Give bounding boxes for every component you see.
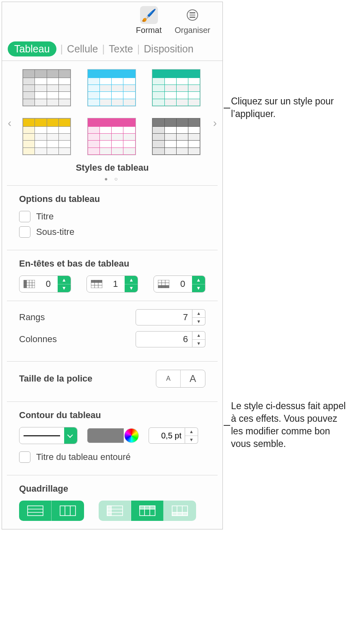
increase-font-icon[interactable]: A [181,370,205,387]
stepper-arrows-icon[interactable]: ▲▼ [58,276,71,292]
table-style-1[interactable] [22,69,71,106]
toolbar-top: 🖌️ Format Organiser [2,2,222,37]
table-options-section: Options du tableau Titre Sous-titre [7,185,218,250]
tab-cellule[interactable]: Cellule [67,43,98,55]
headers-footers-section: En-têtes et bas de tableau 0 ▲▼ 1 ▲▼ [7,250,218,301]
table-style-3[interactable] [152,69,201,106]
header-row-icon [87,280,106,288]
svg-rect-23 [107,506,111,516]
header-columns-stepper[interactable]: 0 ▲▼ [19,275,71,293]
grid-header-col-lines[interactable] [99,501,131,521]
format-tool[interactable]: 🖌️ Format [136,6,162,35]
table-style-6[interactable] [152,118,201,155]
title-checkbox[interactable] [19,211,30,222]
inspector-panel: 🖌️ Format Organiser Tableau | Cellule | … [2,2,223,529]
styles-title: Styles de tableau [22,163,202,173]
table-style-4[interactable] [22,118,71,155]
callout-2: Le style ci-dessus fait appel à ces effe… [231,401,346,449]
subtitle-label: Sous-titre [36,227,74,237]
svg-rect-31 [172,512,188,516]
color-swatch[interactable] [87,428,124,443]
tab-tableau[interactable]: Tableau [8,41,56,56]
footer-rows-value: 0 [173,279,192,289]
stepper-arrows-icon[interactable]: ▲▼ [125,276,138,292]
organize-tool[interactable]: Organiser [175,6,210,35]
grid-footer-row-lines[interactable] [164,501,196,521]
svg-rect-7 [91,280,102,283]
font-size-section: Taille de la police A A [7,361,218,401]
font-size-title: Taille de la police [19,373,93,384]
brush-icon: 🖌️ [141,8,156,22]
callout-1: Cliquez sur un style pour l’appliquer. [231,96,334,119]
styles-page-dots[interactable]: ● ○ [22,176,202,182]
table-style-2[interactable] [87,69,136,106]
format-label: Format [136,26,162,35]
title-label: Titre [36,211,54,222]
styles-next[interactable]: › [213,117,217,130]
outline-color-well[interactable] [87,428,139,443]
grid-vertical-body[interactable] [52,501,84,521]
line-sample-icon [19,435,64,436]
table-styles-area: ‹ › Styles de tableau ● ○ [2,61,222,185]
outline-style-dropdown[interactable] [19,427,78,444]
rows-cols-section: Rangs ▲▼ Colonnes ▲▼ [7,301,218,361]
svg-rect-1 [24,280,27,288]
svg-rect-19 [60,506,76,516]
styles-prev[interactable]: ‹ [8,117,11,130]
tab-disposition[interactable]: Disposition [144,43,193,55]
grid-header-row-lines[interactable] [131,501,164,521]
header-rows-value: 1 [106,279,125,289]
organize-label: Organiser [175,26,210,35]
grid-title: Quadrillage [19,484,205,494]
grid-section: Quadrillage [7,475,218,529]
tab-texte[interactable]: Texte [109,43,133,55]
footer-row-icon [154,280,173,288]
outline-width-input[interactable] [149,427,185,444]
cols-input[interactable] [136,331,192,347]
rows-input[interactable] [136,309,192,325]
footer-rows-stepper[interactable]: 0 ▲▼ [153,275,205,293]
header-rows-stepper[interactable]: 1 ▲▼ [86,275,138,293]
headers-title: En-têtes et bas de tableau [19,258,205,269]
svg-rect-16 [28,506,43,516]
decrease-font-icon[interactable]: A [156,370,181,387]
rows-stepper[interactable]: ▲▼ [192,309,205,325]
grid-horizontal-body[interactable] [19,501,52,521]
outline-title: Contour du tableau [19,410,205,421]
header-col-icon [19,280,39,288]
header-cols-value: 0 [39,279,58,289]
rows-label: Rangs [19,312,45,323]
outlined-title-label: Titre du tableau entouré [36,452,131,462]
outline-width-stepper[interactable]: ▲▼ [185,427,198,444]
chevron-down-icon [64,427,77,444]
stepper-arrows-icon[interactable]: ▲▼ [192,276,205,292]
font-size-control[interactable]: A A [156,370,205,388]
table-style-5[interactable] [87,118,136,155]
options-title: Options du tableau [19,194,205,204]
list-circle-icon [187,9,198,21]
subtitle-checkbox[interactable] [19,226,30,238]
color-wheel-icon[interactable] [124,428,139,443]
cols-label: Colonnes [19,334,57,345]
inspector-tabs: Tableau | Cellule | Texte | Disposition [2,37,222,61]
outline-section: Contour du tableau ▲▼ Titre du tableau e… [7,401,218,475]
outlined-title-checkbox[interactable] [19,451,30,463]
svg-rect-12 [158,285,169,288]
svg-rect-27 [140,506,155,509]
cols-stepper[interactable]: ▲▼ [192,331,205,347]
